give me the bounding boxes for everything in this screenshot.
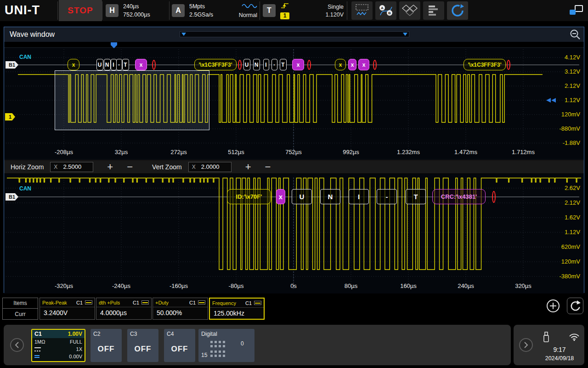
zoom-selection-region[interactable] (55, 70, 209, 130)
window-outline-icon (575, 5, 583, 12)
volt-label: 2.62V (565, 184, 580, 191)
measurement-name: Peak-Peak (42, 300, 67, 305)
decode-error-mark (307, 60, 311, 70)
channel-thumb-icon (85, 300, 92, 305)
horizontal-key[interactable]: H (106, 4, 119, 17)
svg-text:B: B (388, 11, 391, 15)
zoom-region-tool-button[interactable] (351, 1, 373, 20)
can-decode-bubble: I (263, 59, 269, 70)
digital-channel-dot (215, 355, 217, 357)
can-decode-bubble: T (406, 189, 426, 204)
acquire-panel[interactable]: A 5Mpts 2.5GSa/s Normal (172, 1, 257, 20)
channel-1-label: C1 (34, 331, 42, 337)
add-measurement-button[interactable] (546, 299, 560, 315)
channel-1-probe: 1X (76, 346, 82, 352)
can-decode-bubble: I (349, 189, 369, 204)
channel-4-panel[interactable]: C4 OFF (164, 329, 195, 362)
can-decode-bubble: T (280, 59, 287, 70)
loop-record-button[interactable] (447, 1, 468, 20)
horizontal-position: 752.000µs (123, 12, 150, 18)
zoom-waveform-plot[interactable]: CAN B1 2.62V2.12V1.62V1.12V620mV120mV-38… (4, 174, 584, 293)
vert-zoom-increase-button[interactable]: + (245, 162, 251, 172)
channel-1-offset: 0.00V (69, 354, 82, 359)
digital-channels-panel[interactable]: Digital 0 15 (198, 329, 254, 362)
time-label: -320µs (43, 282, 85, 289)
time-label: 320µs (503, 282, 544, 289)
xy-mode-button[interactable] (399, 1, 420, 20)
horiz-zoom-increase-button[interactable]: + (107, 162, 113, 172)
time-label: 80µs (330, 282, 372, 289)
edge-trigger-icon (280, 2, 289, 11)
scrollbar-left-arrow-icon[interactable] (181, 33, 186, 36)
dual-window-layout-button[interactable] (569, 4, 584, 17)
digital-first-channel: 0 (241, 340, 244, 347)
channel-thumb-icon (198, 300, 205, 305)
memory-depth: 5Mpts (189, 3, 213, 10)
trigger-key[interactable]: T (263, 4, 276, 17)
zoom-out-magnifier-icon[interactable] (569, 29, 581, 42)
next-page-button[interactable] (519, 338, 533, 352)
horiz-zoom-value-box[interactable]: X 2.5000 (50, 162, 93, 172)
measurement-bar: Items Curr Peak-PeakC13.2400Vdth +PulsC1… (0, 294, 588, 324)
histogram-button[interactable] (423, 1, 444, 20)
volt-label: 1.12V (565, 97, 580, 104)
divider (169, 1, 170, 20)
trigger-position-marker[interactable] (110, 42, 118, 51)
channel-1-marker[interactable]: 1 (5, 113, 15, 121)
ab-function-button[interactable]: A B (375, 1, 396, 20)
vert-zoom-label: Vert Zoom (152, 163, 182, 171)
measure-items-mode[interactable]: Curr (3, 309, 38, 319)
trigger-panel[interactable]: T 1 Single 1.120V (263, 1, 344, 20)
refresh-measurements-button[interactable] (567, 298, 583, 314)
time-label: 1.232ms (388, 149, 429, 155)
time-label: 752µs (273, 149, 314, 155)
horizontal-panel[interactable]: H 240µs 752.000µs (106, 1, 167, 20)
acquire-key[interactable]: A (172, 4, 185, 17)
main-waveform-plot[interactable]: CAN B1 1 4.12V3.12V2.12V1.12V120mV-880mV… (4, 42, 584, 160)
decode-error-mark (492, 191, 496, 203)
channel-3-panel[interactable]: C3 OFF (127, 329, 158, 362)
volt-label: 1.62V (565, 214, 580, 221)
time-label: -240µs (101, 282, 142, 289)
digital-channel-dot (223, 341, 225, 343)
measurement-cell[interactable]: +DutyC150.000% (153, 298, 208, 320)
time-label: 512µs (215, 149, 257, 155)
time-label: 240µs (445, 282, 486, 289)
wave-window-scrollbar[interactable] (180, 31, 409, 37)
vert-zoom-value-box[interactable]: X 2.0000 (188, 162, 232, 172)
bus-type-label: CAN (19, 54, 31, 60)
measurement-value: 125.00kHz (210, 308, 264, 319)
digital-channel-dot (215, 345, 217, 347)
trigger-source-badge: 1 (280, 12, 289, 19)
scrollbar-right-arrow-icon[interactable] (403, 33, 407, 36)
vert-zoom-decrease-button[interactable]: − (265, 162, 271, 172)
sine-wave-icon (242, 3, 257, 11)
digital-channel-dot (210, 355, 213, 357)
trigger-level: 1.120V (325, 12, 344, 18)
bus-tag[interactable]: B1 (6, 61, 18, 69)
plus-circle-icon (546, 299, 560, 313)
top-status-bar: UNI-T STOP H 240µs 752.000µs A 5Mpts 2.5… (0, 0, 588, 21)
measurement-source: C1 (133, 300, 139, 305)
measure-items-box[interactable]: Items Curr (2, 298, 38, 320)
channel-thumb-icon (254, 301, 261, 305)
channel-1-panel[interactable]: C1 1.00V 1MΩ FULL 1X 0.00V (31, 329, 85, 362)
prev-page-button[interactable] (10, 338, 24, 352)
measurement-cell[interactable]: Peak-PeakC13.2400V (40, 298, 95, 320)
can-decode-bubble: - (271, 59, 277, 70)
bus-tag[interactable]: B1 (6, 193, 18, 201)
measurement-name: +Duty (155, 300, 169, 305)
channel-2-panel[interactable]: C2 OFF (90, 329, 122, 362)
acquire-mode: Normal (239, 12, 257, 18)
volt-label: 3.12V (565, 68, 580, 75)
channel-1-impedance: 1MΩ (34, 339, 45, 345)
channel-thumb-icon (141, 300, 149, 305)
clock-date: 2024/09/18 (532, 355, 587, 362)
measurement-cell[interactable]: dth +PulsC14.0000µs (96, 298, 152, 320)
can-decode-bubble: T (122, 59, 129, 70)
wave-window-title: Wave window (4, 30, 55, 39)
measurement-cell[interactable]: FrequencyC1125.00kHz (209, 298, 265, 320)
measurement-name: dth +Puls (99, 300, 120, 305)
run-stop-button[interactable]: STOP (59, 0, 102, 21)
horiz-zoom-decrease-button[interactable]: − (127, 162, 133, 172)
